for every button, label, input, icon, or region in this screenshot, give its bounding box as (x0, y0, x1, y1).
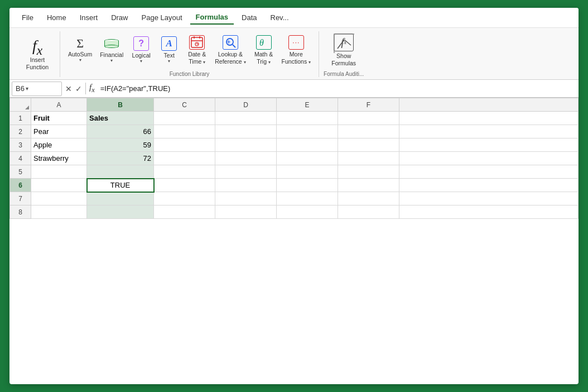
cell-f6[interactable] (338, 179, 399, 192)
menu-home[interactable]: Home (41, 11, 72, 24)
cell-c5[interactable] (154, 165, 215, 179)
cell-extra-7 (399, 192, 579, 205)
col-header-a[interactable]: A (31, 98, 87, 112)
cell-extra-2 (399, 125, 579, 138)
cell-d6[interactable] (215, 179, 277, 192)
text-label: Text (164, 52, 175, 59)
cancel-icon[interactable]: ✕ (65, 84, 72, 93)
col-header-e[interactable]: E (277, 98, 338, 112)
table-row: 8 (10, 205, 579, 219)
cell-ref-dropdown[interactable]: ▾ (26, 85, 28, 92)
cell-a1[interactable]: Fruit (31, 112, 87, 125)
cell-extra-6 (399, 179, 579, 192)
more-functions-button[interactable]: ··· More Functions ▾ (278, 33, 314, 67)
col-header-d[interactable]: D (215, 98, 277, 112)
cell-f3[interactable] (338, 138, 399, 152)
cell-c2[interactable] (154, 125, 215, 138)
cell-ref-box[interactable]: B6 ▾ (12, 82, 62, 96)
cell-a3[interactable]: Apple (31, 138, 87, 152)
menu-data[interactable]: Data (236, 11, 262, 24)
cell-c1[interactable] (154, 112, 215, 125)
cell-e2[interactable] (277, 125, 338, 138)
insert-function-label: Insert (30, 56, 45, 64)
cell-e7[interactable] (277, 192, 338, 205)
cell-c7[interactable] (154, 192, 215, 205)
cell-b3[interactable]: 59 (87, 138, 154, 152)
financial-icon (104, 37, 119, 50)
table-row-active: 6 TRUE (10, 179, 579, 192)
cell-f5[interactable] (338, 165, 399, 179)
cell-f7[interactable] (338, 192, 399, 205)
cell-d7[interactable] (215, 192, 277, 205)
cell-d3[interactable] (215, 138, 277, 152)
formula-bar-controls: ✕ ✓ (62, 84, 85, 93)
logical-button[interactable]: ? Logical ▾ (128, 34, 155, 66)
cell-b7[interactable] (87, 192, 154, 205)
cell-ref-value: B6 (16, 84, 25, 93)
math-button[interactable]: θ Math & Trig ▾ (250, 33, 277, 67)
menu-review[interactable]: Rev... (265, 11, 295, 24)
cell-e1[interactable] (277, 112, 338, 125)
cell-a2[interactable]: Pear (31, 125, 87, 138)
cell-d2[interactable] (215, 125, 277, 138)
cell-e5[interactable] (277, 165, 338, 179)
col-header-extra (399, 98, 579, 112)
col-header-f[interactable]: F (338, 98, 399, 112)
menu-draw[interactable]: Draw (105, 11, 133, 24)
cell-e6[interactable] (277, 179, 338, 192)
show-formulas-button[interactable]: fx Show Formulas (326, 31, 362, 69)
lookup-button[interactable]: Lookup & Reference ▾ (211, 33, 249, 67)
cell-c4[interactable] (154, 152, 215, 165)
cell-c3[interactable] (154, 138, 215, 152)
cell-e4[interactable] (277, 152, 338, 165)
cell-b4[interactable]: 72 (87, 152, 154, 165)
cell-b5[interactable] (87, 165, 154, 179)
col-header-b[interactable]: B (87, 98, 154, 112)
more-functions-label2: Functions ▾ (282, 58, 311, 65)
cell-d1[interactable] (215, 112, 277, 125)
cell-d8[interactable] (215, 205, 277, 219)
financial-button[interactable]: Financial ▾ (97, 35, 127, 66)
svg-line-12 (338, 40, 344, 49)
cell-extra-1 (399, 112, 579, 125)
menu-insert[interactable]: Insert (74, 11, 104, 24)
cell-f2[interactable] (338, 125, 399, 138)
text-button[interactable]: A Text ▾ (156, 34, 182, 66)
logical-dropdown-arrow: ▾ (140, 59, 142, 64)
lookup-label2: Reference ▾ (215, 58, 245, 65)
autosum-button[interactable]: Σ AutoSum ▾ (65, 35, 95, 65)
cell-f4[interactable] (338, 152, 399, 165)
menu-formulas[interactable]: Formulas (190, 11, 234, 25)
confirm-icon[interactable]: ✓ (75, 84, 82, 93)
formula-bar-formula[interactable]: =IF(A2="pear",TRUE) (98, 84, 576, 93)
datetime-icon (189, 35, 205, 50)
cell-e3[interactable] (277, 138, 338, 152)
cell-c8[interactable] (154, 205, 215, 219)
svg-line-8 (233, 45, 235, 47)
show-formulas-label: Show (336, 52, 351, 60)
insert-function-button[interactable]: fx Insert Function (20, 36, 55, 73)
col-header-c[interactable]: C (154, 98, 215, 112)
cell-f1[interactable] (338, 112, 399, 125)
cell-b1[interactable]: Sales (87, 112, 154, 125)
cell-d4[interactable] (215, 152, 277, 165)
cell-a7[interactable] (31, 192, 87, 205)
menu-page-layout[interactable]: Page Layout (136, 11, 188, 24)
datetime-button[interactable]: Date & Time ▾ (184, 33, 210, 67)
cell-e8[interactable] (277, 205, 338, 219)
spreadsheet: A B C D E F 1 Fruit Sales (9, 98, 579, 384)
table-row: 4 Strawberry 72 (10, 152, 579, 165)
cell-b2[interactable]: 66 (87, 125, 154, 138)
cell-b8[interactable] (87, 205, 154, 219)
cell-f8[interactable] (338, 205, 399, 219)
cell-a6[interactable] (31, 179, 87, 192)
cell-b6[interactable]: TRUE (87, 179, 154, 192)
cell-d5[interactable] (215, 165, 277, 179)
cell-a4[interactable]: Strawberry (31, 152, 87, 165)
lookup-icon (223, 35, 238, 50)
cell-a8[interactable] (31, 205, 87, 219)
menu-file[interactable]: File (16, 11, 39, 24)
financial-dropdown-arrow: ▾ (110, 58, 113, 64)
cell-a5[interactable] (31, 165, 87, 179)
cell-c6[interactable] (154, 179, 215, 192)
